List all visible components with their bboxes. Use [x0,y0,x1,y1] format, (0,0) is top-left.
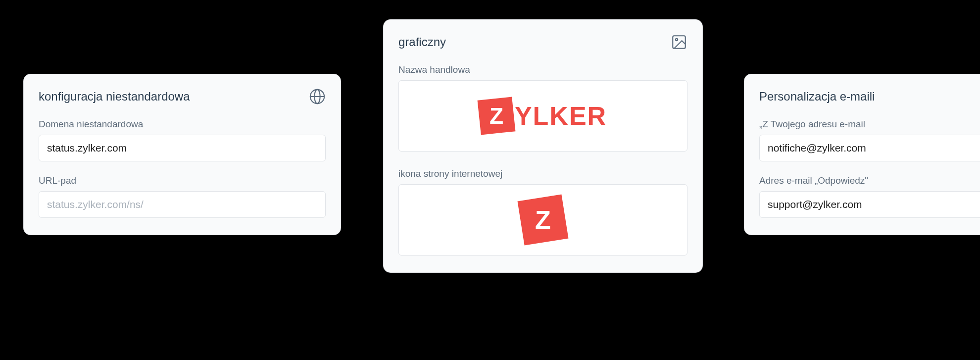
favicon-upload[interactable]: Z [398,184,687,256]
url-pad-input[interactable] [39,191,326,218]
url-pad-label: URL-pad [39,175,326,186]
zylker-z-square-icon: Z [477,97,515,135]
card-title: konfiguracja niestandardowa [39,90,190,103]
from-email-label: „Z Twojego adresu e-mail [759,119,980,130]
card-title: Personalizacja e-maili [759,90,875,103]
reply-email-label: Adres e-mail „Odpowiedz" [759,175,980,186]
card-title: graficzny [398,35,446,49]
zylker-logo: Z YLKER [479,99,607,133]
from-email-group: „Z Twojego adresu e-mail [759,119,980,161]
tradename-label: Nazwa handlowa [398,64,687,75]
globe-icon [309,88,326,105]
card-header: Personalizacja e-maili [759,88,980,105]
card-header: graficzny [398,34,687,51]
favicon-group: ikona strony internetowej Z [398,168,687,256]
zylker-favicon-icon: Z [518,195,569,246]
zylker-logo-text: YLKER [515,101,607,131]
card-header: konfiguracja niestandardowa [39,88,326,105]
reply-email-group: Adres e-mail „Odpowiedz" [759,175,980,218]
email-personalization-card: Personalizacja e-maili „Z Twojego adresu… [744,74,980,235]
tradename-group: Nazwa handlowa Z YLKER [398,64,687,152]
custom-domain-group: Domena niestandardowa [39,119,326,161]
favicon-label: ikona strony internetowej [398,168,687,179]
image-icon [671,34,687,51]
from-email-input[interactable] [759,135,980,161]
custom-domain-label: Domena niestandardowa [39,119,326,130]
custom-domain-input[interactable] [39,135,326,161]
reply-email-input[interactable] [759,191,980,218]
graphic-card: graficzny Nazwa handlowa Z YLKER ikona s… [384,20,702,272]
tradename-logo-upload[interactable]: Z YLKER [398,80,687,152]
svg-point-4 [676,39,678,41]
url-pad-group: URL-pad [39,175,326,218]
custom-config-card: konfiguracja niestandardowa Domena niest… [24,74,341,235]
